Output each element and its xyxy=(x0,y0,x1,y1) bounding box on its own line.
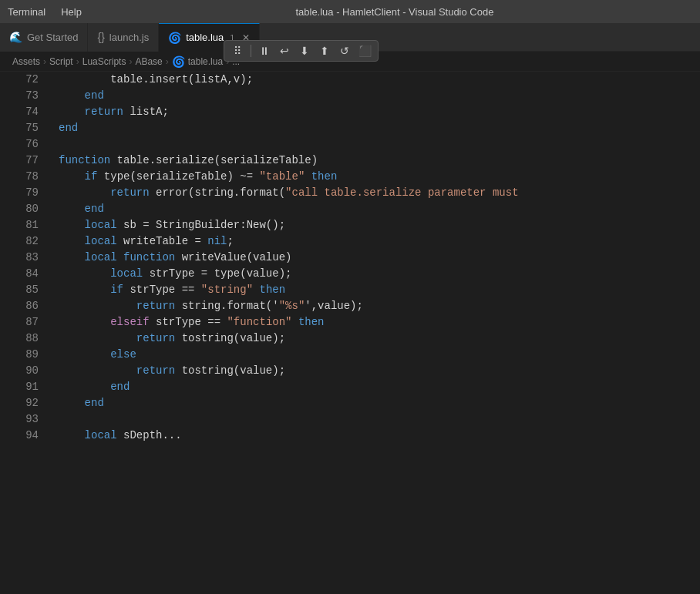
terminal-menu[interactable]: Terminal xyxy=(8,6,45,18)
code-line-88: return tostring(value); xyxy=(59,331,700,347)
code-line-89: else xyxy=(59,347,700,363)
code-line-72: table.insert(listA,v); xyxy=(59,72,700,88)
window-title: table.lua - HamletClient - Visual Studio… xyxy=(97,6,692,18)
line-number-73: 73 xyxy=(0,88,39,104)
code-line-77: function table.serialize(serializeTable) xyxy=(59,153,700,169)
breadcrumb-file-icon: 🌀 xyxy=(172,55,185,68)
tab-get-started-label: Get Started xyxy=(27,32,78,43)
line-number-74: 74 xyxy=(0,104,39,120)
code-line-92: end xyxy=(59,395,700,411)
code-line-78: if type(serializeTable) ~= "table" then xyxy=(59,169,700,185)
help-menu[interactable]: Help xyxy=(61,6,82,18)
breadcrumb-luascripts[interactable]: LuaScripts xyxy=(82,56,126,67)
tab-bar: 🌊 Get Started {} launch.js ⠿ ⏸ ↩ ⬇ ⬆ ↺ ⬛… xyxy=(0,23,700,52)
code-line-81: local sb = StringBuilder:New(); xyxy=(59,217,700,233)
debug-step-over-btn[interactable]: ↩ xyxy=(276,42,293,59)
breadcrumb-tablelua[interactable]: table.lua xyxy=(188,56,223,67)
code-line-73: end xyxy=(59,88,700,104)
debug-step-into-btn[interactable]: ⬇ xyxy=(296,42,313,59)
code-line-83: local function writeValue(value) xyxy=(59,250,700,266)
code-line-79: return error(string.format("call table.s… xyxy=(59,185,700,201)
code-area[interactable]: 7273747576777879808182838485868788899091… xyxy=(0,72,700,594)
code-line-84: local strType = type(value); xyxy=(59,266,700,282)
debug-toolbar: ⠿ ⏸ ↩ ⬇ ⬆ ↺ ⬛ xyxy=(224,40,379,62)
debug-separator-1 xyxy=(251,45,251,57)
line-number-75: 75 xyxy=(0,120,39,136)
line-number-89: 89 xyxy=(0,347,39,363)
line-number-72: 72 xyxy=(0,72,39,88)
code-line-74: return listA; xyxy=(59,104,700,120)
line-number-81: 81 xyxy=(0,217,39,233)
breadcrumb-sep-2: › xyxy=(76,56,79,67)
code-line-90: return tostring(value); xyxy=(59,363,700,379)
code-line-82: local writeTable = nil; xyxy=(59,233,700,250)
debug-stop-btn[interactable]: ⬛ xyxy=(356,42,373,59)
code-line-86: return string.format('"%s"',value); xyxy=(59,298,700,314)
line-number-94: 94 xyxy=(0,428,39,444)
line-number-87: 87 xyxy=(0,314,39,331)
line-number-90: 90 xyxy=(0,363,39,379)
debug-pause-btn[interactable]: ⏸ xyxy=(256,42,273,59)
line-number-77: 77 xyxy=(0,153,39,169)
line-number-92: 92 xyxy=(0,395,39,411)
code-line-76 xyxy=(59,136,700,153)
tab-table-lua-label: table.lua xyxy=(186,32,224,43)
breadcrumb-abase[interactable]: ABase xyxy=(135,56,162,67)
table-lua-icon: 🌀 xyxy=(168,32,181,44)
code-line-87: elseif strType == "function" then xyxy=(59,314,700,331)
title-bar: Terminal Help table.lua - HamletClient -… xyxy=(0,0,700,23)
tab-launch-js[interactable]: {} launch.js xyxy=(88,23,159,52)
code-line-80: end xyxy=(59,201,700,217)
line-number-76: 76 xyxy=(0,136,39,153)
line-numbers: 7273747576777879808182838485868788899091… xyxy=(0,72,46,594)
line-number-80: 80 xyxy=(0,201,39,217)
line-number-85: 85 xyxy=(0,282,39,298)
launch-js-icon: {} xyxy=(97,31,104,43)
code-line-85: if strType == "string" then xyxy=(59,282,700,298)
debug-grid-btn[interactable]: ⠿ xyxy=(229,42,246,59)
line-number-79: 79 xyxy=(0,185,39,201)
debug-step-out-btn[interactable]: ⬆ xyxy=(316,42,333,59)
tab-launch-js-label: launch.js xyxy=(109,32,149,43)
breadcrumb-script[interactable]: Script xyxy=(49,56,73,67)
line-number-93: 93 xyxy=(0,411,39,428)
code-content[interactable]: table.insert(listA,v); end return listA;… xyxy=(46,72,700,594)
code-line-91: end xyxy=(59,379,700,395)
breadcrumb-sep-3: › xyxy=(129,56,132,67)
get-started-icon: 🌊 xyxy=(9,31,22,43)
code-line-75: end xyxy=(59,120,700,136)
line-number-91: 91 xyxy=(0,379,39,395)
line-number-78: 78 xyxy=(0,169,39,185)
breadcrumb-assets[interactable]: Assets xyxy=(12,56,40,67)
code-line-94: local sDepth... xyxy=(59,428,700,444)
breadcrumb-sep-4: › xyxy=(166,56,169,67)
breadcrumb-sep-1: › xyxy=(43,56,46,67)
editor: 7273747576777879808182838485868788899091… xyxy=(0,72,700,594)
tab-get-started[interactable]: 🌊 Get Started xyxy=(0,23,88,52)
line-number-86: 86 xyxy=(0,298,39,314)
line-number-83: 83 xyxy=(0,250,39,266)
code-line-93 xyxy=(59,411,700,428)
line-number-88: 88 xyxy=(0,331,39,347)
debug-restart-btn[interactable]: ↺ xyxy=(336,42,353,59)
line-number-82: 82 xyxy=(0,233,39,250)
line-number-84: 84 xyxy=(0,266,39,282)
